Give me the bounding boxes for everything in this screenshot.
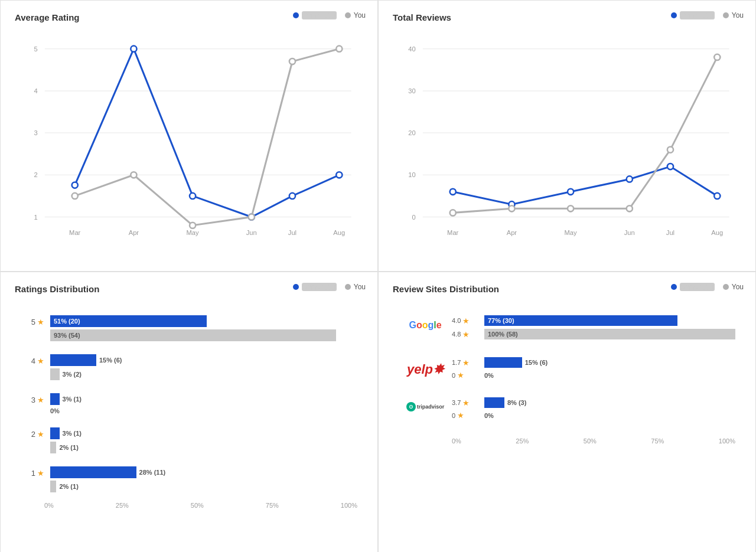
bar-gray-1: 2% (1) xyxy=(50,481,357,492)
review-sites-panel: Review Sites Distribution Competitor You… xyxy=(378,272,756,552)
svg-point-49 xyxy=(714,193,720,199)
tripadvisor-star-blue: ★ xyxy=(462,399,470,407)
google-bar-gray-row: 4.8 ★ 100% (58) xyxy=(452,329,735,339)
svg-text:4: 4 xyxy=(34,87,37,94)
star-row-4: 4 ★ 15% (6) 3% (2) xyxy=(21,354,357,380)
svg-point-26 xyxy=(289,58,295,64)
yelp-gray-bar: 0% xyxy=(484,372,735,379)
tripadvisor-gray-bar: 0% xyxy=(484,412,735,419)
sites-x-label-75: 75% xyxy=(651,437,664,445)
tripadvisor-section: ⊙ tripadvisor 3.7 ★ 8% (3) xyxy=(399,397,735,420)
yelp-logo: yelp✸ xyxy=(407,362,444,377)
bar-gray-3: 0% xyxy=(50,407,357,414)
svg-text:Aug: Aug xyxy=(333,229,345,236)
star-label-2: 2 ★ xyxy=(21,427,44,439)
x-label-75: 75% xyxy=(266,502,279,509)
star-row-1: 1 ★ 28% (11) 2% (1) xyxy=(21,466,357,492)
svg-text:Aug: Aug xyxy=(711,229,723,236)
tripadvisor-logo-container: ⊙ tripadvisor xyxy=(399,397,452,411)
bar-group-5: 51% (20) 93% (54) xyxy=(50,315,357,341)
bar-blue-1-label: 28% (11) xyxy=(139,469,166,476)
bar-gray-4: 3% (2) xyxy=(50,368,357,380)
rd-legend-you-label: You xyxy=(354,283,366,291)
bar-group-2: 3% (1) 2% (1) xyxy=(50,427,357,453)
legend-you: You xyxy=(345,11,366,19)
yelp-section: yelp✸ 1.7 ★ 15% (6) xyxy=(399,357,735,380)
svg-text:0: 0 xyxy=(412,214,415,221)
rs-legend-competitor: Competitor xyxy=(671,283,715,291)
sites-x-label-50: 50% xyxy=(584,437,597,445)
google-logo: Google xyxy=(409,320,441,331)
star-icon-3: ★ xyxy=(37,396,44,404)
star-row-5: 5 ★ 51% (20) 93% (54) xyxy=(21,315,357,341)
ratings-dist-legend: Competitor You xyxy=(293,283,366,291)
svg-point-18 xyxy=(190,193,195,199)
svg-text:20: 20 xyxy=(408,129,415,136)
yelp-blue-rating: 1.7 ★ xyxy=(452,358,484,367)
star-label-5: 5 ★ xyxy=(21,315,44,326)
google-bar-blue-row: 4.0 ★ 77% (30) xyxy=(452,315,735,326)
bar-blue-5-label: 51% (20) xyxy=(54,318,80,325)
bar-group-4: 15% (6) 3% (2) xyxy=(50,354,357,380)
google-gray-value: 100% (58) xyxy=(488,331,518,338)
yelp-bars: 1.7 ★ 15% (6) 0 ★ xyxy=(452,357,735,380)
svg-text:1: 1 xyxy=(34,214,37,221)
tripadvisor-bar-gray-row: 0 ★ 0% xyxy=(452,411,735,420)
google-star-gray: ★ xyxy=(462,330,470,339)
avg-rating-legend: Competitor You xyxy=(293,11,366,19)
total-reviews-chart: 40 30 20 10 0 Mar Apr May Jun Jul Aug xyxy=(393,25,741,253)
x-label-100: 100% xyxy=(341,502,357,509)
rd-legend-you: You xyxy=(345,283,366,291)
star-label-1: 1 ★ xyxy=(21,466,44,478)
svg-point-23 xyxy=(131,172,136,178)
svg-text:5: 5 xyxy=(34,45,37,53)
svg-point-25 xyxy=(249,214,255,220)
legend-competitor: Competitor xyxy=(293,11,337,19)
rd-legend-competitor-label: Competitor xyxy=(302,283,337,291)
rs-legend-you: You xyxy=(723,283,744,291)
svg-point-47 xyxy=(627,176,633,182)
svg-text:40: 40 xyxy=(408,45,415,53)
svg-point-54 xyxy=(667,146,673,152)
star-label-4: 4 ★ xyxy=(21,354,44,365)
bar-gray-3-label: 0% xyxy=(50,407,60,414)
star-row-2: 2 ★ 3% (1) 2% (1) xyxy=(21,427,357,453)
svg-point-46 xyxy=(568,189,573,195)
svg-point-53 xyxy=(627,205,633,211)
tripadvisor-blue-bar: 8% (3) xyxy=(484,397,735,408)
legend-dot-blue xyxy=(293,12,299,18)
bar-gray-2: 2% (1) xyxy=(50,442,357,453)
tripadvisor-blue-value: 8% (3) xyxy=(507,399,526,406)
tr-legend-dot-blue xyxy=(671,12,677,18)
x-axis-sites: 0% 25% 50% 75% 100% xyxy=(399,437,735,445)
bar-group-3: 3% (1) 0% xyxy=(50,393,357,414)
rd-legend-competitor: Competitor xyxy=(293,283,337,291)
google-blue-rating: 4.0 ★ xyxy=(452,316,484,325)
tripadvisor-gray-value: 0% xyxy=(484,412,494,419)
google-bars: 4.0 ★ 77% (30) 4.8 ★ xyxy=(452,315,735,339)
svg-point-52 xyxy=(568,205,573,211)
svg-point-27 xyxy=(336,46,342,52)
bar-blue-4-label: 15% (6) xyxy=(99,357,122,364)
svg-point-22 xyxy=(72,193,78,199)
star-row-3: 3 ★ 3% (1) 0% xyxy=(21,393,357,414)
rs-legend-you-label: You xyxy=(732,283,744,291)
svg-point-55 xyxy=(714,54,720,60)
bar-gray-4-label: 3% (2) xyxy=(63,371,82,378)
star-icon-4: ★ xyxy=(37,357,44,365)
tr-legend-dot-gray xyxy=(723,12,729,18)
tripadvisor-logo: ⊙ tripadvisor xyxy=(406,402,445,411)
google-gray-rating: 4.8 ★ xyxy=(452,330,484,339)
review-sites-legend: Competitor You xyxy=(671,283,744,291)
svg-text:Apr: Apr xyxy=(129,229,139,236)
bar-blue-1: 28% (11) xyxy=(50,466,357,478)
sites-x-label-100: 100% xyxy=(719,437,735,445)
legend-dot-gray xyxy=(345,12,351,18)
yelp-bar-gray-row: 0 ★ 0% xyxy=(452,371,735,380)
google-blue-bar: 77% (30) xyxy=(484,315,735,326)
bar-gray-1-label: 2% (1) xyxy=(59,483,78,490)
svg-point-48 xyxy=(667,164,673,169)
ratings-bars-container: 5 ★ 51% (20) 93% (54) xyxy=(15,315,363,509)
avg-rating-chart: 5 4 3 2 1 Mar Apr May Jun Jul Aug xyxy=(15,25,363,253)
svg-text:10: 10 xyxy=(408,171,415,178)
